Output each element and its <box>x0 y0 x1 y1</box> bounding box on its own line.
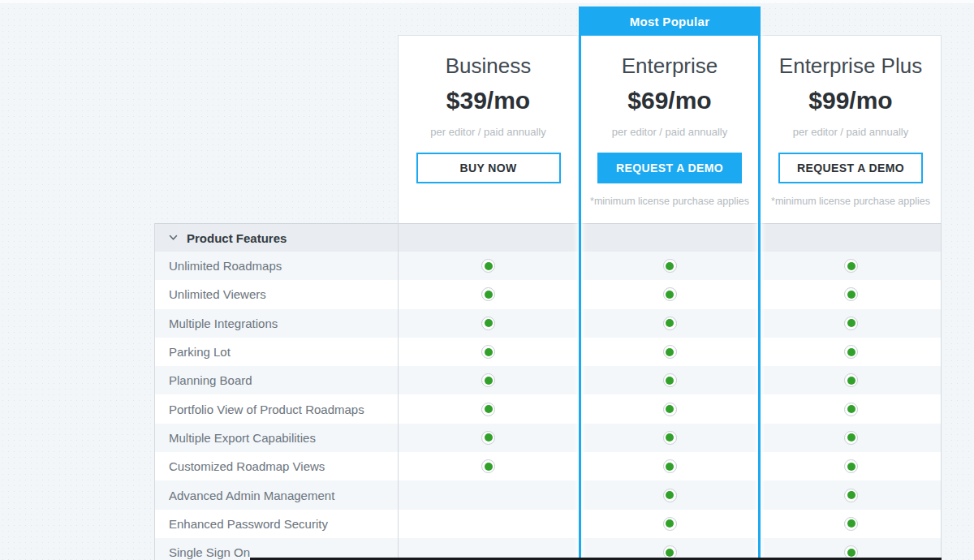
green-dot <box>666 519 674 528</box>
cell-enterprise <box>579 480 761 509</box>
green-dot <box>485 377 493 385</box>
pricing-page: Most Popular Business $39/mo per editor … <box>0 0 974 560</box>
green-dot <box>847 291 855 299</box>
table-row: Customized Roadmap Views <box>154 452 942 480</box>
feature-available-icon <box>844 403 858 416</box>
table-row: Planning Board <box>154 366 942 394</box>
cell-enterprise-plus <box>761 452 942 480</box>
table-row: Single Sign On <box>154 538 942 560</box>
chevron-down-icon[interactable] <box>169 235 178 241</box>
plan-price: $99/mo <box>808 87 892 114</box>
section-header-label: Product Features <box>187 231 287 245</box>
enterprise-highlight-border-left <box>579 36 581 560</box>
feature-rows: Unlimited Roadmaps Unlimited Viewers Mul… <box>154 252 942 560</box>
feature-available-icon <box>844 431 858 445</box>
request-demo-button[interactable]: REQUEST A DEMO <box>597 153 742 183</box>
top-strip <box>0 0 974 3</box>
cell-enterprise-plus <box>761 480 942 509</box>
feature-available-icon <box>481 317 495 330</box>
feature-available-icon <box>481 259 495 273</box>
feature-available-icon <box>844 259 858 273</box>
feature-available-icon <box>844 459 858 473</box>
feature-available-icon <box>481 431 495 445</box>
plan-name: Business <box>446 54 532 79</box>
billing-note: per editor / paid annually <box>430 126 545 138</box>
feature-available-icon <box>481 403 495 416</box>
green-dot <box>485 433 493 442</box>
table-row: Multiple Export Capabilities <box>154 424 942 452</box>
table-row: Unlimited Viewers <box>154 280 942 308</box>
table-row: Portfolio View of Product Roadmaps <box>154 394 942 423</box>
feature-label: Portfolio View of Product Roadmaps <box>154 394 398 423</box>
cell-business <box>398 480 579 509</box>
table-row: Advanced Admin Management <box>154 480 942 509</box>
feature-table: Product Features Unlimited Roadmaps Unli… <box>154 223 942 560</box>
cell-business <box>398 280 579 308</box>
feature-label: Unlimited Roadmaps <box>154 252 398 280</box>
plan-card-enterprise: Enterprise $69/mo per editor / paid annu… <box>581 36 758 223</box>
table-row: Enhanced Password Security <box>154 510 942 538</box>
green-dot <box>485 319 493 327</box>
feature-available-icon <box>663 345 677 359</box>
cell-business <box>398 424 579 452</box>
green-dot <box>847 262 855 270</box>
table-row: Multiple Integrations <box>154 309 942 338</box>
section-header-product-features[interactable]: Product Features <box>154 223 942 252</box>
feature-available-icon <box>481 459 495 473</box>
feature-label: Planning Board <box>154 366 398 394</box>
green-dot <box>666 463 674 471</box>
plan-card-enterprise-plus: Enterprise Plus $99/mo per editor / paid… <box>761 35 942 223</box>
green-dot <box>666 262 674 270</box>
green-dot <box>666 291 674 299</box>
cell-enterprise <box>579 252 761 280</box>
feature-label: Single Sign On <box>154 538 398 560</box>
cell-business <box>398 338 579 366</box>
green-dot <box>666 377 674 385</box>
request-demo-button[interactable]: REQUEST A DEMO <box>778 153 923 183</box>
buy-now-button[interactable]: BUY NOW <box>416 153 561 183</box>
cell-business <box>398 366 579 394</box>
cell-business <box>398 452 579 480</box>
feature-available-icon <box>481 345 495 359</box>
green-dot <box>847 519 855 528</box>
green-dot <box>847 433 855 442</box>
plan-name: Enterprise Plus <box>779 54 922 79</box>
feature-available-icon <box>481 287 495 301</box>
license-footnote: *minimum license purchase applies <box>590 196 749 207</box>
green-dot <box>485 463 493 471</box>
cell-enterprise <box>579 280 761 308</box>
green-dot <box>485 291 493 299</box>
plan-price: $69/mo <box>627 87 711 114</box>
green-dot <box>666 348 674 356</box>
column-divider <box>398 223 399 560</box>
cell-enterprise <box>579 424 761 452</box>
feature-available-icon <box>663 259 677 273</box>
feature-label: Customized Roadmap Views <box>154 452 398 480</box>
plan-price: $39/mo <box>446 87 530 114</box>
cell-business <box>398 309 579 338</box>
table-right-border <box>941 223 942 560</box>
green-dot <box>847 405 855 413</box>
green-dot <box>666 491 674 499</box>
cell-enterprise <box>579 338 761 366</box>
feature-label: Multiple Integrations <box>154 309 398 338</box>
feature-label: Multiple Export Capabilities <box>154 424 398 452</box>
cell-enterprise-plus <box>761 309 942 338</box>
feature-available-icon <box>663 287 677 301</box>
table-row: Parking Lot <box>154 338 942 366</box>
green-dot <box>666 319 674 327</box>
billing-note: per editor / paid annually <box>793 126 908 138</box>
green-dot <box>847 377 855 385</box>
cell-enterprise-plus <box>761 538 942 560</box>
feature-available-icon <box>844 345 858 359</box>
cell-enterprise <box>579 394 761 423</box>
cell-enterprise-plus <box>761 424 942 452</box>
feature-available-icon <box>663 517 677 531</box>
feature-available-icon <box>663 489 677 502</box>
feature-available-icon <box>481 373 495 387</box>
cell-enterprise <box>579 366 761 394</box>
plan-name: Enterprise <box>622 54 718 79</box>
green-dot <box>847 348 855 356</box>
cell-enterprise-plus <box>761 366 942 394</box>
cell-enterprise-plus <box>761 394 942 423</box>
